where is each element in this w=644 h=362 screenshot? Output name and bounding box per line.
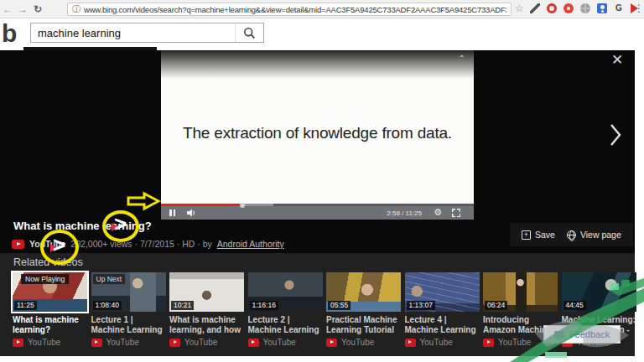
related-video-card[interactable]: 05:55 Practical Machine Learning Tutoria…	[326, 272, 401, 347]
page-info-icon[interactable]: ⓘ	[72, 3, 80, 15]
duration-badge: 06:24	[485, 301, 507, 310]
grammar-extension-icon[interactable]: G	[614, 3, 624, 13]
player-top-gradient	[161, 50, 474, 79]
player-control-bar: 2:58 / 11:25 ⚙	[161, 206, 474, 220]
back-button[interactable]: ←	[0, 1, 15, 18]
eyedropper-extension-icon[interactable]	[530, 3, 540, 13]
progress-played	[161, 204, 242, 206]
related-video-source: YouTube	[341, 338, 374, 347]
video-caption-text: The extraction of knowledge from data.	[161, 124, 474, 142]
related-video-source: YouTube	[184, 338, 217, 347]
progress-playhead[interactable]	[240, 203, 245, 208]
progress-bar[interactable]	[161, 204, 474, 206]
related-video-source: YouTube	[263, 338, 296, 347]
duration-badge: 11:25	[14, 301, 37, 310]
chat-bubble-icon	[554, 331, 564, 339]
video-thumbnail: 05:55	[326, 272, 401, 312]
youtube-play-icon	[405, 339, 416, 347]
pause-button[interactable]	[169, 209, 175, 216]
next-video-chevron-icon[interactable]	[609, 122, 622, 151]
related-video-title: Lecture 2 | Machine Learning (Stanford)	[248, 315, 323, 335]
video-thumbnail: 1:13:07	[405, 272, 480, 312]
bing-video-page: ← → ↻ ⓘ www.bing.com/videos/search?q=mac…	[0, 0, 644, 362]
opera-extension-icon[interactable]	[547, 3, 557, 13]
video-thumbnail: Up Next 1:08:40	[91, 272, 166, 312]
account-extension-icon[interactable]	[597, 3, 607, 13]
youtube-play-icon	[13, 339, 23, 347]
globe-extension-icon[interactable]	[580, 3, 590, 13]
related-video-title: What is machine learning?	[13, 315, 87, 335]
extension-icons: G	[530, 3, 638, 13]
youtube-play-icon	[326, 339, 337, 347]
video-detail-overlay: ✕ ⌃ The extraction of knowledge from dat…	[0, 50, 635, 253]
search-icon	[243, 27, 256, 39]
bookmark-star-icon[interactable]: ☆	[515, 3, 524, 14]
video-thumbnail: 06:24	[483, 272, 558, 312]
related-video-title: Lecture 1 | Machine Learning (Stanford)	[91, 315, 166, 335]
related-video-card[interactable]: 10:21 What is machine learning, and how …	[169, 272, 244, 347]
related-video-card[interactable]: Up Next 1:08:40 Lecture 1 | Machine Lear…	[91, 272, 166, 347]
save-label: Save	[535, 230, 555, 240]
duration-badge: 05:55	[328, 301, 351, 310]
duration-badge: 10:21	[171, 301, 194, 310]
youtube-play-icon	[248, 339, 259, 347]
duration-badge: 1:16:16	[250, 301, 278, 310]
duration-badge: 44:45	[564, 301, 586, 310]
related-video-card[interactable]: Now Playing 11:25 What is machine learni…	[13, 272, 87, 347]
close-icon[interactable]: ✕	[611, 52, 623, 69]
video-meta-text: 202,000+ views · 7/7/2015 · HD · by	[70, 239, 211, 249]
url-text: www.bing.com/videos/search?q=machine+lea…	[84, 5, 506, 14]
view-page-button[interactable]: View page	[567, 230, 621, 240]
related-video-source: YouTube	[420, 338, 453, 347]
related-videos-section: Related videos Now Playing 11:25 What is…	[0, 253, 635, 356]
related-video-card[interactable]: 1:16:16 Lecture 2 | Machine Learning (St…	[248, 272, 323, 347]
video-title: What is machine learning?	[13, 220, 152, 232]
duration-badge: 1:08:40	[93, 301, 122, 310]
browser-menu-icon[interactable]: ⋮	[634, 3, 644, 14]
related-videos-row: Now Playing 11:25 What is machine learni…	[13, 272, 636, 347]
browser-toolbar: ← → ↻ ⓘ www.bing.com/videos/search?q=mac…	[0, 0, 644, 18]
video-thumbnail: Now Playing 11:25	[13, 272, 87, 312]
bing-logo[interactable]: b	[2, 20, 17, 47]
address-bar[interactable]: ⓘ www.bing.com/videos/search?q=machine+l…	[67, 3, 512, 16]
related-video-title: What is machine learning, and how does i…	[169, 315, 244, 335]
video-thumbnail: 44:45	[562, 272, 636, 312]
search-box	[30, 23, 264, 43]
video-thumbnail: 1:16:16	[248, 272, 323, 312]
related-video-source: YouTube	[28, 338, 60, 347]
duration-badge: 1:13:07	[407, 301, 435, 310]
collapse-arrow-icon[interactable]: ⌃	[459, 54, 465, 63]
bing-header: b	[0, 18, 644, 50]
now-playing-badge: Now Playing	[21, 274, 69, 284]
action-bar: + Save View page	[510, 223, 633, 246]
feedback-label: Feedback	[569, 329, 610, 339]
video-thumbnail: 10:21	[169, 272, 244, 312]
youtube-play-icon	[91, 339, 102, 347]
related-video-source: YouTube	[498, 338, 531, 347]
feedback-button[interactable]: Feedback	[543, 325, 621, 344]
related-video-card[interactable]: 1:13:07 Lecture 4 | Machine Learning (St…	[405, 272, 480, 347]
globe-icon	[567, 230, 576, 240]
related-video-title: Lecture 4 | Machine Learning (Stanford)	[405, 315, 480, 335]
search-input[interactable]	[31, 27, 235, 39]
progress-buffered	[242, 204, 273, 206]
related-video-title: Practical Machine Learning Tutorial with	[326, 315, 401, 335]
time-display: 2:58 / 11:25	[387, 209, 422, 217]
save-button[interactable]: + Save	[522, 230, 555, 240]
settings-gear-icon[interactable]: ⚙	[434, 207, 442, 218]
up-next-badge: Up Next	[93, 274, 126, 284]
pocket-extension-icon[interactable]	[564, 3, 574, 13]
video-player[interactable]: ⌃ The extraction of knowledge from data.…	[161, 50, 474, 220]
author-link[interactable]: Android Authority	[217, 239, 284, 249]
volume-icon[interactable]	[187, 205, 197, 220]
youtube-play-icon	[169, 339, 180, 347]
forward-button[interactable]: →	[15, 1, 30, 18]
youtube-play-icon	[483, 339, 494, 347]
save-plus-icon: +	[522, 230, 531, 240]
related-video-source: YouTube	[106, 338, 139, 347]
search-button[interactable]	[235, 23, 263, 42]
view-page-label: View page	[580, 230, 621, 240]
reload-button[interactable]: ↻	[30, 1, 45, 18]
related-videos-heading: Related videos	[13, 256, 83, 268]
fullscreen-icon[interactable]	[452, 209, 460, 217]
